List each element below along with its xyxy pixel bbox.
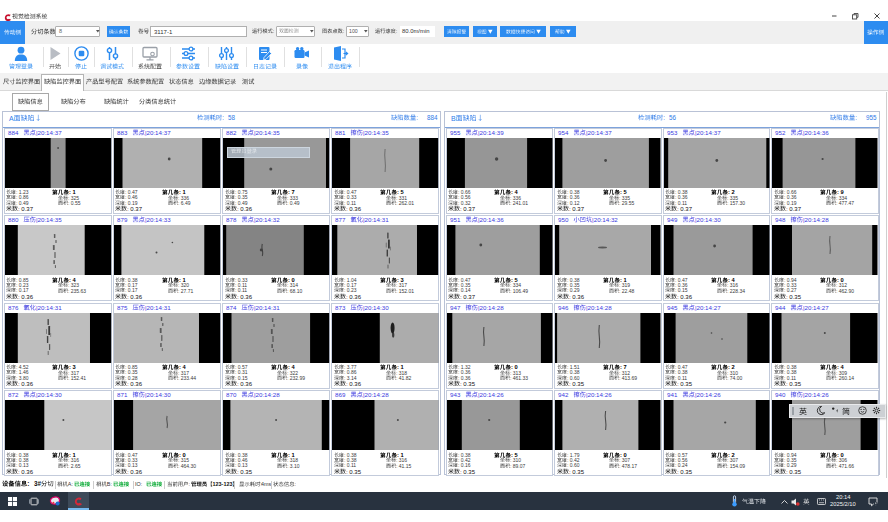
svg-text:B:: B: — [106, 481, 111, 487]
svg-text:884: 884 — [8, 129, 19, 136]
svg-text:871: 871 — [117, 391, 128, 398]
svg-text:: 0.36: : 0.36 — [346, 381, 362, 387]
svg-text:56: 56 — [669, 114, 677, 121]
svg-text:|20:14:35: |20:14:35 — [254, 129, 280, 136]
svg-text:: 471.66: : 471.66 — [836, 462, 854, 468]
svg-text:: 0.35: : 0.35 — [569, 468, 585, 474]
svg-text:|20:14:27: |20:14:27 — [694, 304, 720, 311]
svg-text:: 0.36: : 0.36 — [18, 293, 34, 299]
svg-text:|20:14:31: |20:14:31 — [35, 304, 61, 311]
svg-text:|20:14:28: |20:14:28 — [586, 304, 612, 311]
svg-text:: 0.35: : 0.35 — [677, 381, 693, 387]
svg-text:: 89.07: : 89.07 — [510, 462, 526, 468]
svg-text:953: 953 — [667, 129, 678, 136]
svg-text:: 0.35: : 0.35 — [346, 468, 362, 474]
svg-text:947: 947 — [450, 304, 461, 311]
svg-text:|20:14:30: |20:14:30 — [363, 304, 389, 311]
svg-text:: 6.49: : 6.49 — [178, 200, 191, 206]
svg-text:: 478.17: : 478.17 — [619, 462, 637, 468]
svg-text::: : — [27, 479, 29, 486]
svg-text:: 41.15: : 41.15 — [396, 462, 412, 468]
svg-text::: : — [273, 28, 274, 34]
svg-text:: 0.37: : 0.37 — [786, 206, 802, 212]
svg-text:|20:14:35: |20:14:35 — [363, 129, 389, 136]
svg-text:: 152.01: : 152.01 — [396, 287, 414, 293]
svg-text:: 0.35: : 0.35 — [460, 468, 476, 474]
svg-text:|20:14:28: |20:14:28 — [363, 391, 389, 398]
svg-text:: 228.34: : 228.34 — [727, 287, 745, 293]
svg-text:881: 881 — [335, 129, 346, 136]
svg-text:|20:14:36: |20:14:36 — [477, 216, 503, 223]
svg-text:: 262.01: : 262.01 — [396, 200, 414, 206]
svg-text:: 0.37: : 0.37 — [127, 206, 143, 212]
svg-text:876: 876 — [8, 304, 19, 311]
svg-text:: 0.37: : 0.37 — [460, 293, 476, 299]
svg-text:873: 873 — [335, 304, 346, 311]
svg-text:|20:14:35: |20:14:35 — [35, 216, 61, 223]
svg-text:|20:14:26: |20:14:26 — [803, 391, 829, 398]
svg-text:|20:14:31: |20:14:31 — [363, 216, 389, 223]
svg-text:|20:14:33: |20:14:33 — [145, 216, 171, 223]
svg-text:: 41.82: : 41.82 — [396, 375, 412, 381]
svg-text::: : — [295, 481, 297, 487]
svg-text:IO:: IO: — [135, 481, 142, 487]
svg-text:B: B — [451, 114, 456, 121]
svg-text:|20:14:28: |20:14:28 — [803, 216, 829, 223]
svg-text:: 0.36: : 0.36 — [569, 293, 585, 299]
svg-text:955: 955 — [866, 114, 877, 121]
svg-text:3117-1: 3117-1 — [154, 29, 173, 35]
svg-text::: : — [663, 114, 665, 121]
svg-text:: 233.44: : 233.44 — [178, 375, 196, 381]
svg-text:955: 955 — [450, 129, 461, 136]
svg-text:946: 946 — [558, 304, 569, 311]
svg-text:: 241.01: : 241.01 — [510, 200, 528, 206]
svg-text:: 0.36: : 0.36 — [18, 381, 34, 387]
svg-text:: 27.71: : 27.71 — [178, 287, 194, 293]
svg-text:: 106.49: : 106.49 — [510, 287, 528, 293]
svg-text:|20:14:31: |20:14:31 — [145, 304, 171, 311]
svg-text:: 0.35: : 0.35 — [786, 293, 802, 299]
svg-text:: 0.35: : 0.35 — [460, 381, 476, 387]
svg-text:: 0.37: : 0.37 — [18, 206, 34, 212]
svg-text:8: 8 — [59, 28, 62, 34]
svg-text:874: 874 — [226, 304, 237, 311]
svg-text::: : — [223, 114, 225, 121]
svg-text:875: 875 — [117, 304, 128, 311]
svg-text:: 0.36: : 0.36 — [677, 293, 693, 299]
svg-text:|20:14:26: |20:14:26 — [586, 391, 612, 398]
svg-text:58: 58 — [228, 114, 236, 121]
svg-text:|20:14:26: |20:14:26 — [694, 391, 720, 398]
svg-text:3#: 3# — [34, 479, 42, 486]
svg-text:|20:14:36: |20:14:36 — [803, 129, 829, 136]
svg-text:: 154.09: : 154.09 — [727, 462, 745, 468]
svg-text:: 74.00: : 74.00 — [727, 375, 743, 381]
svg-text:|20:14:30: |20:14:30 — [35, 391, 61, 398]
svg-text:|20:14:30: |20:14:30 — [145, 391, 171, 398]
svg-text:951: 951 — [450, 216, 461, 223]
svg-text:|20:14:28: |20:14:28 — [477, 304, 503, 311]
svg-text:952: 952 — [775, 129, 786, 136]
svg-text:942: 942 — [558, 391, 569, 398]
svg-text:: 0.37: : 0.37 — [677, 206, 693, 212]
svg-text:|20:14:30: |20:14:30 — [694, 216, 720, 223]
svg-text:: 0.35: : 0.35 — [677, 468, 693, 474]
svg-text:877: 877 — [335, 216, 346, 223]
svg-text:: 477.47: : 477.47 — [836, 200, 854, 206]
svg-text:|20:14:27: |20:14:27 — [803, 304, 829, 311]
svg-text:|20:14:32: |20:14:32 — [254, 216, 280, 223]
svg-text:944: 944 — [775, 304, 786, 311]
svg-text:: 0.36: : 0.36 — [346, 206, 362, 212]
svg-text:|20:14:37: |20:14:37 — [145, 129, 171, 136]
svg-text:: 152.41: : 152.41 — [68, 375, 86, 381]
svg-text::: : — [396, 28, 397, 34]
svg-text:: 0.36: : 0.36 — [18, 468, 34, 474]
svg-text:|20:14:37: |20:14:37 — [586, 129, 612, 136]
svg-text:: 29.55: : 29.55 — [619, 200, 635, 206]
svg-text::: : — [416, 114, 418, 121]
svg-text:943: 943 — [450, 391, 461, 398]
svg-text:: 0.35: : 0.35 — [786, 468, 802, 474]
svg-text:: 232.99: : 232.99 — [287, 375, 305, 381]
svg-text:|20:14:28: |20:14:28 — [254, 391, 280, 398]
svg-text:950: 950 — [558, 216, 569, 223]
svg-text:872: 872 — [8, 391, 19, 398]
